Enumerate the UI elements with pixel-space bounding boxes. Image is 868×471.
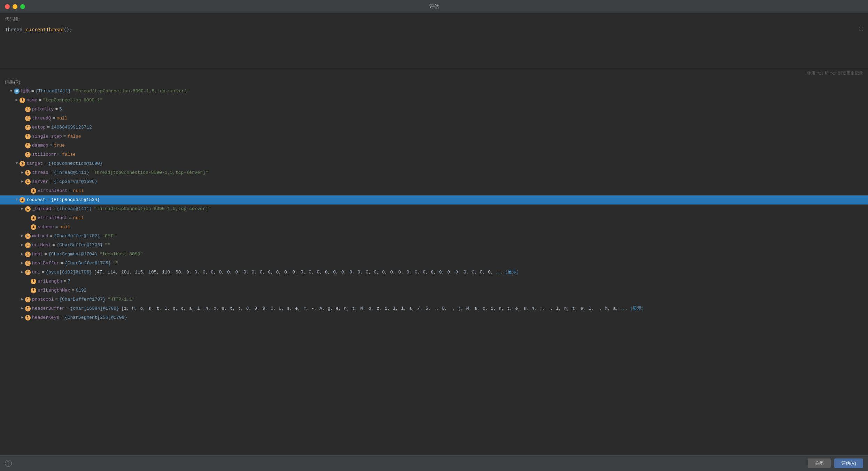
- field-icon-request-uri: i: [25, 270, 31, 275]
- tree-row-request[interactable]: ▼ i request = {HttpRequest@1534}: [0, 195, 868, 204]
- toggle-request-hostBuffer[interactable]: ▶: [20, 260, 25, 266]
- history-hint: 使用 ⌥↓ 和 ⌥↑ 浏览历史记录: [0, 69, 868, 78]
- field-icon-priority: i: [25, 107, 31, 112]
- field-icon-request-host: i: [25, 252, 31, 257]
- field-icon-request: i: [20, 197, 25, 203]
- code-class: Thread: [5, 27, 23, 32]
- field-icon-stillborn: i: [25, 152, 31, 157]
- field-icon-request-protocol: i: [25, 297, 31, 302]
- tree-row-root[interactable]: ▼ ∞ 结果 = {Thread@1411} "Thread[tcpConnec…: [0, 87, 868, 96]
- minimize-button[interactable]: [13, 4, 17, 9]
- field-icon-request-headerKeys: i: [25, 315, 31, 321]
- tree-row-priority[interactable]: i priority = 5: [0, 105, 868, 114]
- tree-row-daemon[interactable]: i daemon = true: [0, 141, 868, 150]
- field-icon-request-vhost: i: [31, 215, 36, 221]
- field-name-root: 结果: [21, 88, 30, 95]
- field-icon-name: i: [20, 98, 25, 103]
- tree-row-request-uriHost[interactable]: ▶ i uriHost = {CharBuffer@1703} "": [0, 241, 868, 250]
- field-icon-threadQ: i: [25, 116, 31, 121]
- field-icon-single_step: i: [25, 134, 31, 139]
- toggle-request-headerKeys[interactable]: ▶: [20, 315, 25, 321]
- tree-row-target-virtualHost[interactable]: i virtualHost = null: [0, 186, 868, 195]
- toggle-request-headerBuffer[interactable]: ▶: [20, 306, 25, 311]
- field-icon-target-thread: i: [25, 170, 31, 176]
- toggle-request-thread[interactable]: ▶: [20, 206, 25, 212]
- tree-row-request-virtualHost[interactable]: i virtualHost = null: [0, 214, 868, 223]
- toggle-request-host[interactable]: ▶: [20, 251, 25, 257]
- tree-row-request-urlLengthMax[interactable]: i urlLengthMax = 8192: [0, 286, 868, 295]
- tree-row-name[interactable]: ▶ i name = "tcpConnection-8090-1": [0, 96, 868, 105]
- tree-row-request-uri[interactable]: ▶ i uri = {byte[8192]@1706} [47, 114, 10…: [0, 268, 868, 277]
- toggle-request-uriHost[interactable]: ▶: [20, 242, 25, 248]
- toggle-request-protocol[interactable]: ▶: [20, 296, 25, 302]
- tree-row-target[interactable]: ▼ i target = {TcpConnection@1690}: [0, 159, 868, 168]
- uri-show-link[interactable]: ...（显示）: [495, 269, 521, 276]
- tree-row-target-server[interactable]: ▶ i server = {TcpServer@1696}: [0, 177, 868, 186]
- toggle-target-thread[interactable]: ▶: [20, 170, 25, 176]
- code-method: currentThread: [25, 27, 64, 32]
- infinity-icon: ∞: [14, 88, 20, 94]
- toggle-target-server[interactable]: ▶: [20, 179, 25, 185]
- tree-row-request-thread[interactable]: ▶ i _thread = {Thread@1411} "Thread[tcpC…: [0, 204, 868, 214]
- field-icon-request-urlLengthMax: i: [31, 288, 36, 293]
- field-icon-request-method: i: [25, 233, 31, 239]
- tree-row-single_step[interactable]: i single_step = false: [0, 132, 868, 141]
- tree-row-request-uriLength[interactable]: i uriLength = 7: [0, 277, 868, 286]
- tree-row-eetop[interactable]: i eetop = 140684699123712: [0, 123, 868, 132]
- headerBuffer-show-link[interactable]: ...（显示）: [620, 305, 646, 312]
- field-icon-target-vhost: i: [31, 188, 36, 194]
- field-icon-request-hostBuffer: i: [25, 261, 31, 266]
- field-icon-request-uriHost: i: [25, 242, 31, 248]
- field-icon-request-scheme: i: [31, 224, 36, 230]
- tree-row-threadQ[interactable]: i threadQ = null: [0, 114, 868, 123]
- close-button[interactable]: 关闭: [808, 458, 831, 468]
- window-title: 评估: [429, 3, 439, 10]
- code-dot: .: [23, 27, 25, 32]
- tree-row-target-thread[interactable]: ▶ i thread = {Thread@1411} "Thread[tcpCo…: [0, 168, 868, 177]
- maximize-button[interactable]: [20, 4, 25, 9]
- help-button[interactable]: ?: [5, 460, 12, 467]
- field-icon-target-server: i: [25, 179, 31, 185]
- toggle-name[interactable]: ▶: [14, 97, 20, 103]
- bottom-bar: ? 关闭 评估(V): [0, 455, 868, 471]
- field-icon-request-uriLength: i: [31, 279, 36, 284]
- field-icon-eetop: i: [25, 125, 31, 130]
- toggle-request[interactable]: ▼: [14, 197, 20, 203]
- field-icon-request-thread: i: [25, 206, 31, 212]
- tree-row-request-method[interactable]: ▶ i method = {CharBuffer@1702} "GET": [0, 232, 868, 241]
- field-icon-daemon: i: [25, 143, 31, 148]
- expand-icon[interactable]: ⛶: [859, 26, 863, 31]
- code-line: Thread.currentThread();: [5, 26, 863, 33]
- toggle-request-uri[interactable]: ▶: [20, 269, 25, 275]
- code-semi: ();: [64, 27, 72, 32]
- field-icon-request-headerBuffer: i: [25, 306, 31, 311]
- code-area[interactable]: Thread.currentThread(); ⛶: [0, 24, 868, 69]
- tree-row-request-headerKeys[interactable]: ▶ i headerKeys = {CharSegment[256]@1709}: [0, 313, 868, 322]
- button-group: 关闭 评估(V): [808, 458, 863, 468]
- tree-row-stillborn[interactable]: i stillborn = false: [0, 150, 868, 159]
- toggle-target[interactable]: ▼: [14, 161, 20, 167]
- toggle-request-method[interactable]: ▶: [20, 233, 25, 239]
- tree-row-request-hostBuffer[interactable]: ▶ i hostBuffer = {CharBuffer@1705} "": [0, 259, 868, 268]
- toggle-root[interactable]: ▼: [8, 88, 14, 94]
- tree-row-request-headerBuffer[interactable]: ▶ i headerBuffer = {char[16384]@1708} [z…: [0, 304, 868, 313]
- traffic-lights: [5, 4, 25, 9]
- field-icon-target: i: [20, 161, 25, 167]
- title-bar: 评估: [0, 0, 868, 13]
- eval-button[interactable]: 评估(V): [834, 458, 863, 468]
- tree-row-request-scheme[interactable]: i scheme = null: [0, 223, 868, 232]
- tree-area[interactable]: ▼ ∞ 结果 = {Thread@1411} "Thread[tcpConnec…: [0, 87, 868, 455]
- tree-row-request-host[interactable]: ▶ i host = {CharSegment@1704} "localhost…: [0, 250, 868, 259]
- result-label: 结果(R):: [0, 78, 868, 87]
- code-section-label: 代码段:: [0, 13, 868, 24]
- close-button[interactable]: [5, 4, 10, 9]
- tree-row-request-protocol[interactable]: ▶ i protocol = {CharBuffer@1707} "HTTP/1…: [0, 295, 868, 304]
